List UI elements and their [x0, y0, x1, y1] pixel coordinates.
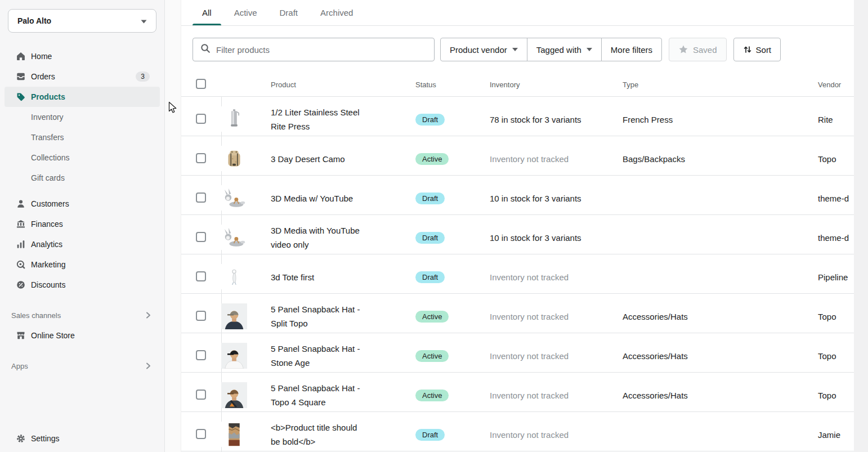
filter-products-input[interactable] [216, 45, 427, 55]
row-checkbox[interactable] [196, 390, 206, 400]
apps-label: Apps [11, 362, 28, 370]
sidebar-item-gift-cards[interactable]: Gift cards [5, 168, 160, 188]
column-header-product: Product [263, 80, 408, 89]
sales-channels-label: Sales channels [11, 311, 61, 320]
sidebar-item-label: Analytics [31, 240, 62, 249]
scrollbar-gutter[interactable] [854, 0, 868, 452]
sidebar-item-settings[interactable]: Settings [5, 428, 160, 449]
tab-label: Archived [320, 8, 353, 17]
tab-draft[interactable]: Draft [270, 0, 308, 25]
table-row[interactable]: 1/2 Liter Stainless Steel Rite Press Dra… [181, 97, 854, 136]
table-row[interactable]: 5 Panel Snapback Hat - Topo 4 Square Act… [181, 373, 854, 412]
row-checkbox[interactable] [196, 350, 206, 360]
store-name: Palo Alto [17, 16, 51, 25]
type-text: Accessories/Hats [615, 312, 811, 321]
chevron-right-icon [144, 311, 152, 319]
sidebar-item-analytics[interactable]: Analytics [5, 234, 160, 254]
sidebar-item-products[interactable]: Products [5, 87, 160, 107]
vendor-text: Topo [811, 154, 854, 164]
row-checkbox[interactable] [196, 311, 206, 321]
sidebar-item-inventory[interactable]: Inventory [5, 107, 160, 127]
select-all-checkbox[interactable] [196, 79, 206, 89]
tab-all[interactable]: All [193, 0, 221, 25]
inventory-text: Inventory not tracked [482, 430, 615, 440]
table-row[interactable]: 3d Tote first Draft Inventory not tracke… [181, 254, 854, 294]
sidebar-item-finances[interactable]: Finances [5, 214, 160, 234]
status-badge: Draft [415, 429, 445, 441]
sidebar-item-collections[interactable]: Collections [5, 147, 160, 168]
sidebar-item-label: Transfers [31, 133, 64, 142]
tote-thumb [221, 254, 263, 300]
cartoon-thumb [221, 214, 263, 261]
sidebar-item-orders[interactable]: Orders3 [5, 66, 160, 87]
chevron-down-icon [141, 16, 147, 26]
store-selector[interactable]: Palo Alto [8, 9, 156, 33]
marketing-icon [16, 259, 26, 270]
status-badge: Draft [415, 193, 445, 204]
table-body: 1/2 Liter Stainless Steel Rite Press Dra… [181, 97, 854, 451]
more-filters-label: More filters [611, 45, 652, 55]
more-filters-button[interactable]: More filters [601, 38, 662, 61]
inventory-text: Inventory not tracked [482, 391, 615, 400]
products-card: AllActiveDraftArchived Product vendor Ta… [181, 0, 854, 452]
product-title: 1/2 Liter Stainless Steel Rite Press [263, 105, 362, 133]
product-title: 5 Panel Snapback Hat - Split Topo [263, 302, 362, 330]
sidebar-item-transfers[interactable]: Transfers [5, 127, 160, 147]
status-badge: Active [415, 311, 449, 323]
vendor-text: Topo [811, 351, 854, 361]
table-row[interactable]: <b>Product title should be bold</b> Draf… [181, 412, 854, 451]
sidebar-item-marketing[interactable]: Marketing [5, 254, 160, 275]
tagged-with-button[interactable]: Tagged with [527, 38, 602, 61]
product-vendor-button[interactable]: Product vendor [440, 38, 527, 61]
vendor-text: Rite [811, 115, 854, 124]
sidebar-item-discounts[interactable]: Discounts [5, 275, 160, 295]
status-badge: Active [415, 350, 449, 362]
product-vendor-label: Product vendor [450, 45, 507, 55]
row-checkbox[interactable] [196, 114, 206, 124]
tab-archived[interactable]: Archived [311, 0, 363, 25]
inventory-text: Inventory not tracked [482, 351, 615, 361]
filter-button-group: Product vendor Tagged with More filters [440, 38, 662, 61]
tab-active[interactable]: Active [225, 0, 267, 25]
column-header-type: Type [615, 80, 811, 89]
sidebar-item-label: Finances [31, 220, 63, 229]
orders-icon [16, 71, 26, 82]
row-checkbox[interactable] [196, 193, 206, 203]
type-text: Bags/Backpacks [615, 154, 811, 164]
sidebar-item-label: Products [31, 92, 65, 101]
sort-button[interactable]: Sort [733, 38, 781, 61]
sidebar-item-online-store[interactable]: Online Store [5, 325, 160, 346]
row-checkbox[interactable] [196, 232, 206, 242]
sidebar-section-sales-channels[interactable]: Sales channels [5, 307, 160, 323]
column-header-status: Status [408, 80, 482, 89]
saved-button[interactable]: Saved [669, 38, 727, 61]
row-checkbox[interactable] [196, 153, 206, 163]
products-icon [16, 92, 26, 102]
vendor-text: theme-d [811, 194, 854, 203]
column-header-inventory: Inventory [482, 80, 615, 89]
sidebar-item-label: Customers [31, 199, 69, 208]
sidebar-section-apps[interactable]: Apps [5, 358, 160, 374]
sidebar-item-label: Home [31, 52, 52, 61]
sidebar-item-customers[interactable]: Customers [5, 194, 160, 214]
table-row[interactable]: 5 Panel Snapback Hat - Stone Age Active … [181, 333, 854, 373]
caret-down-icon [587, 48, 592, 51]
customers-icon [16, 199, 26, 209]
table-row[interactable]: 3D Media w/ YouTube Draft 10 in stock fo… [181, 176, 854, 215]
table-row[interactable]: 3D Media with YouTube video only Draft 1… [181, 215, 854, 254]
filter-bar: Product vendor Tagged with More filters [181, 26, 854, 73]
sidebar-nav: HomeOrders3ProductsInventoryTransfersCol… [0, 46, 164, 295]
gear-icon [16, 433, 26, 444]
orders-count-badge: 3 [136, 71, 150, 82]
tagged-with-label: Tagged with [536, 45, 581, 55]
table-row[interactable]: 3 Day Desert Camo Active Inventory not t… [181, 136, 854, 176]
vendor-text: Pipeline [811, 272, 854, 282]
row-checkbox[interactable] [196, 429, 206, 439]
product-title: 3d Tote first [263, 270, 362, 284]
inventory-text: Inventory not tracked [482, 312, 615, 321]
status-tabs: AllActiveDraftArchived [181, 0, 854, 26]
row-checkbox[interactable] [196, 271, 206, 281]
table-row[interactable]: 5 Panel Snapback Hat - Split Topo Active… [181, 294, 854, 333]
sidebar-item-home[interactable]: Home [5, 46, 160, 66]
settings-label: Settings [31, 434, 60, 443]
